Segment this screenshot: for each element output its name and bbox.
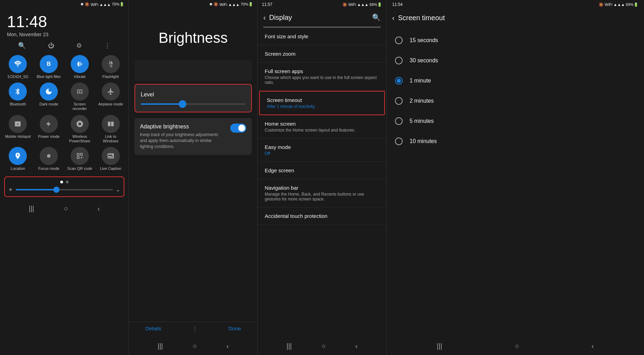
battery-status: 70%🔋 xyxy=(112,2,124,7)
timeout-2m[interactable]: 2 minutes xyxy=(387,91,644,111)
quick-actions-bar: 🔍 ⏻ ⚙ ⋮ xyxy=(0,39,129,52)
page-dots xyxy=(8,181,120,183)
display-title: Display xyxy=(269,14,292,22)
tile-link-windows[interactable]: Link to Windows xyxy=(97,115,124,143)
adaptive-toggle[interactable] xyxy=(230,124,246,133)
settings-screen-timeout[interactable]: Screen timeout After 1 minute of inactiv… xyxy=(259,91,385,115)
tile-vibrate-label: Vibrate xyxy=(74,74,86,79)
timeout-back-icon[interactable]: ‹ xyxy=(392,14,395,22)
level-slider-track[interactable] xyxy=(141,103,246,105)
settings-quick-icon[interactable]: ⚙ xyxy=(76,42,82,49)
brightness-chevron-icon[interactable]: ⌄ xyxy=(116,186,120,193)
timeout-10m[interactable]: 10 minutes xyxy=(387,131,644,151)
tile-vibrate[interactable]: Vibrate xyxy=(66,55,94,79)
tile-screen-recorder[interactable]: Screen recorder xyxy=(66,82,94,111)
adaptive-desc: Keep track of your brightness adjustment… xyxy=(140,132,226,149)
p2-nav-home-btn[interactable]: ○ xyxy=(193,342,197,350)
settings-easy-mode[interactable]: Easy mode Off xyxy=(258,139,386,162)
clock-date: Mon, November 23 xyxy=(7,32,122,37)
panel2-footer: Details | Done xyxy=(129,322,257,337)
nav-bar-2: ||| ○ ‹ xyxy=(129,337,257,355)
settings-edge-screen[interactable]: Edge screen xyxy=(258,162,386,179)
brightness-slider-track[interactable] xyxy=(16,189,113,190)
power-quick-icon[interactable]: ⏻ xyxy=(48,42,54,49)
adaptive-title: Adaptive brightness xyxy=(140,124,226,130)
search-quick-icon[interactable]: 🔍 xyxy=(18,42,26,49)
settings-accidental-touch[interactable]: Accidental touch protection xyxy=(258,207,386,225)
more-quick-icon[interactable]: ⋮ xyxy=(104,42,110,49)
p2-nav-back-btn[interactable]: ‹ xyxy=(226,342,229,350)
p4-signal-icon: ▲▲▲ xyxy=(613,2,625,7)
tile-airplane-label: Airplane mode xyxy=(98,102,123,106)
details-button[interactable]: Details xyxy=(145,325,161,332)
p2-bluetooth-icon: ✱ xyxy=(209,2,212,7)
settings-navigation-bar[interactable]: Navigation bar Manage the Home, Back, an… xyxy=(258,179,386,207)
tile-airplane[interactable]: Airplane mode xyxy=(97,82,124,111)
done-button[interactable]: Done xyxy=(228,325,241,332)
adaptive-brightness-section: Adaptive brightness Keep track of your b… xyxy=(134,118,252,155)
p3-status-icons: 🔕 WiFi ▲▲▲ 69%🔋 xyxy=(342,2,382,7)
p3-time: 11:57 xyxy=(262,2,272,7)
tile-bluetooth[interactable]: Bluetooth xyxy=(4,82,32,111)
timeout-30s[interactable]: 30 seconds xyxy=(387,50,644,71)
tile-focus-mode[interactable]: Focus mode xyxy=(35,147,63,171)
tile-wifi-icon xyxy=(9,55,27,73)
timeout-1m[interactable]: 1 minute xyxy=(387,71,644,91)
brightness-row: ☀ ⌄ xyxy=(8,186,120,193)
settings-full-screen-apps[interactable]: Full screen apps Choose which apps you w… xyxy=(258,63,386,91)
p2-wifi-icon: WiFi xyxy=(219,2,227,7)
toggle-thumb xyxy=(238,125,245,132)
wifi-status: WiFi xyxy=(91,2,98,7)
dot-1 xyxy=(60,181,63,183)
brightness-fill xyxy=(16,189,56,190)
p2-nav-recent-btn[interactable]: ||| xyxy=(157,342,163,350)
level-fill xyxy=(141,103,183,105)
tile-dark-mode[interactable]: Dark mode xyxy=(35,82,63,111)
brightness-sun-icon: ☀ xyxy=(8,187,13,192)
tile-dark-mode-label: Dark mode xyxy=(39,102,58,106)
tile-wireless-share-label: Wireless PowerShare xyxy=(66,134,94,143)
status-bar-1: ✱ 🔕 WiFi ▲▲▲ 70%🔋 xyxy=(0,0,129,9)
status-bar-4: 11:54 🔕 WiFi ▲▲▲ 69%🔋 xyxy=(387,0,644,9)
tile-wifi[interactable]: 1CE424_5G xyxy=(4,55,32,79)
tile-wifi-label: 1CE424_5G xyxy=(7,74,29,79)
radio-2m xyxy=(395,97,403,105)
tile-blue-light-icon: B xyxy=(40,55,58,73)
settings-screen-zoom[interactable]: Screen zoom xyxy=(258,45,386,63)
display-search-icon[interactable]: 🔍 xyxy=(372,13,381,22)
p3-nav-recent-btn[interactable]: ||| xyxy=(286,342,292,350)
tile-live-caption-label: Live Caption xyxy=(100,166,121,171)
p4-nav-home-btn[interactable]: ○ xyxy=(515,342,519,350)
display-header: ‹ Display 🔍 xyxy=(258,8,386,26)
tile-scan-qr[interactable]: Scan QR code xyxy=(66,147,94,171)
tile-hotspot[interactable]: Mobile Hotspot xyxy=(4,115,32,143)
tile-power-mode[interactable]: Power mode xyxy=(35,115,63,143)
timeout-label-2m: 2 minutes xyxy=(410,98,434,104)
p3-nav-back-btn[interactable]: ‹ xyxy=(355,342,358,350)
radio-10m xyxy=(395,137,403,145)
p4-nav-back-btn[interactable]: ‹ xyxy=(591,342,594,350)
nav-back-btn[interactable]: ‹ xyxy=(98,205,100,213)
nav-recent-btn[interactable]: ||| xyxy=(29,205,34,213)
tile-live-caption[interactable]: Live Caption xyxy=(97,147,124,171)
tile-wireless-share[interactable]: Wireless PowerShare xyxy=(66,115,94,143)
panel-brightness-settings: ✱ 🔕 WiFi ▲▲▲ 70%🔋 Brightness Level Adapt… xyxy=(129,0,258,355)
timeout-label-10m: 10 minutes xyxy=(410,138,437,144)
timeout-5m[interactable]: 5 minutes xyxy=(387,111,644,131)
tile-focus-mode-label: Focus mode xyxy=(38,166,60,171)
settings-font-size[interactable]: Font size and style xyxy=(258,28,386,45)
p3-nav-home-btn[interactable]: ○ xyxy=(321,342,326,350)
nav-home-btn[interactable]: ○ xyxy=(64,205,68,213)
timeout-label-15s: 15 seconds xyxy=(410,37,438,44)
settings-home-screen[interactable]: Home screen Customize the Home screen la… xyxy=(258,115,386,139)
tile-blue-light[interactable]: B Blue light filter xyxy=(35,55,63,79)
p4-nav-recent-btn[interactable]: ||| xyxy=(437,342,442,350)
display-back-icon[interactable]: ‹ xyxy=(263,14,266,22)
timeout-15s[interactable]: 15 seconds xyxy=(387,30,644,50)
tile-link-windows-label: Link to Windows xyxy=(97,134,124,143)
tile-link-windows-icon xyxy=(102,115,120,133)
nav-bar-1: ||| ○ ‹ xyxy=(0,200,129,218)
tile-location[interactable]: Location xyxy=(4,147,32,171)
tile-flashlight[interactable]: Flashlight xyxy=(97,55,124,79)
tile-scan-qr-icon xyxy=(71,147,89,165)
